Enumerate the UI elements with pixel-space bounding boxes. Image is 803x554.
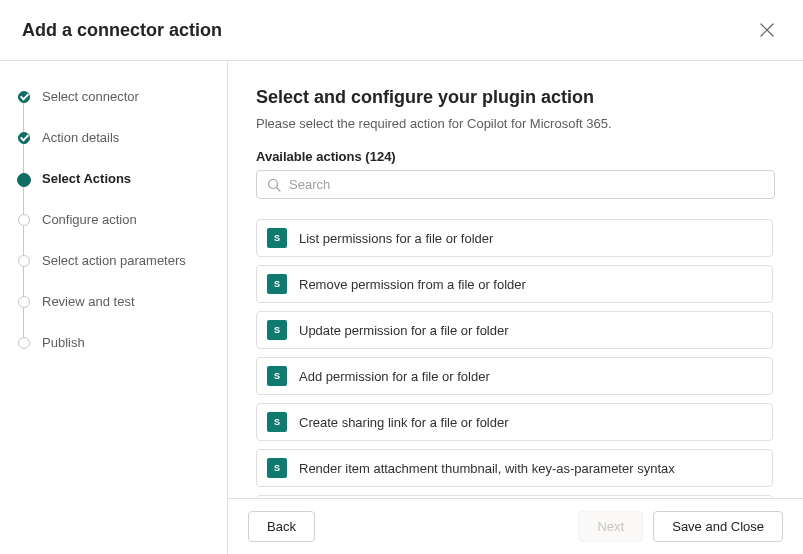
step-label: Publish <box>42 335 85 350</box>
next-button[interactable]: Next <box>578 511 643 542</box>
steps-list: Select connector Action details Select A… <box>18 89 215 376</box>
step-label: Configure action <box>42 212 137 227</box>
step-marker-icon <box>18 214 30 226</box>
step-marker-icon <box>17 173 31 187</box>
sharepoint-icon: S <box>267 274 287 294</box>
step-select-action-parameters[interactable]: Select action parameters <box>18 253 215 294</box>
step-publish[interactable]: Publish <box>18 335 215 376</box>
action-item[interactable]: S Add permission for a file or folder <box>256 357 773 395</box>
step-label: Action details <box>42 130 119 145</box>
step-select-actions[interactable]: Select Actions <box>18 171 215 212</box>
step-marker-icon <box>18 296 30 308</box>
action-label: Add permission for a file or folder <box>299 369 490 384</box>
step-marker-icon <box>18 91 30 103</box>
action-label: Update permission for a file or folder <box>299 323 509 338</box>
step-action-details[interactable]: Action details <box>18 130 215 171</box>
action-label: Remove permission from a file or folder <box>299 277 526 292</box>
action-item[interactable]: S Update permission for a file or folder <box>256 311 773 349</box>
search-input[interactable] <box>289 177 764 192</box>
action-item[interactable]: S Remove permission from a file or folde… <box>256 265 773 303</box>
page-subtitle: Please select the required action for Co… <box>256 116 775 131</box>
footer-right-group: Next Save and Close <box>578 511 783 542</box>
step-marker-icon <box>18 132 30 144</box>
page-title: Select and configure your plugin action <box>256 87 775 108</box>
step-configure-action[interactable]: Configure action <box>18 212 215 253</box>
search-icon <box>267 178 281 192</box>
search-box[interactable] <box>256 170 775 199</box>
step-marker-icon <box>18 337 30 349</box>
action-label: Create sharing link for a file or folder <box>299 415 509 430</box>
action-label: List permissions for a file or folder <box>299 231 493 246</box>
action-label: Render item attachment thumbnail, with k… <box>299 461 675 476</box>
sharepoint-icon: S <box>267 458 287 478</box>
close-icon <box>760 23 774 37</box>
close-button[interactable] <box>755 18 779 42</box>
step-label: Select connector <box>42 89 139 104</box>
dialog-footer: Back Next Save and Close <box>228 498 803 554</box>
back-button[interactable]: Back <box>248 511 315 542</box>
step-label: Select Actions <box>42 171 131 186</box>
save-and-close-button[interactable]: Save and Close <box>653 511 783 542</box>
sharepoint-icon: S <box>267 228 287 248</box>
action-item[interactable]: S List permissions for a file or folder <box>256 219 773 257</box>
step-label: Select action parameters <box>42 253 186 268</box>
action-item[interactable]: S Create sharing link for a file or fold… <box>256 403 773 441</box>
steps-sidebar: Select connector Action details Select A… <box>0 61 228 554</box>
step-label: Review and test <box>42 294 135 309</box>
action-item[interactable]: S Render item attachment thumbnail, with… <box>256 449 773 487</box>
sharepoint-icon: S <box>267 412 287 432</box>
dialog-body: Select connector Action details Select A… <box>0 61 803 554</box>
step-review-and-test[interactable]: Review and test <box>18 294 215 335</box>
step-select-connector[interactable]: Select connector <box>18 89 215 130</box>
dialog-header: Add a connector action <box>0 0 803 61</box>
available-actions-label: Available actions (124) <box>256 149 775 164</box>
step-marker-icon <box>18 255 30 267</box>
svg-line-1 <box>277 187 281 191</box>
sharepoint-icon: S <box>267 366 287 386</box>
dialog-title: Add a connector action <box>22 20 222 41</box>
sharepoint-icon: S <box>267 320 287 340</box>
main-panel: Select and configure your plugin action … <box>228 61 803 554</box>
content-area: Select and configure your plugin action … <box>228 61 803 498</box>
actions-list[interactable]: S List permissions for a file or folder … <box>256 219 775 498</box>
